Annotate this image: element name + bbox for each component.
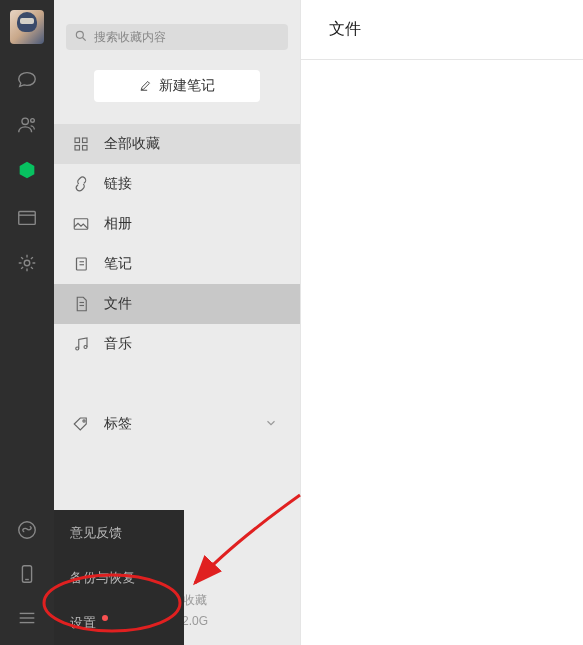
tags-label: 标签 [104, 415, 132, 433]
chat-icon[interactable] [16, 68, 38, 90]
svg-point-3 [24, 260, 30, 266]
category-label: 全部收藏 [104, 135, 160, 153]
notification-dot-icon [102, 615, 108, 621]
pencil-icon [139, 78, 153, 95]
category-link[interactable]: 链接 [54, 164, 300, 204]
search-icon [74, 29, 88, 46]
image-icon [72, 215, 90, 233]
menu-icon[interactable] [16, 607, 38, 629]
category-label: 音乐 [104, 335, 132, 353]
avatar[interactable] [10, 10, 44, 44]
music-icon [72, 335, 90, 353]
new-note-label: 新建笔记 [159, 77, 215, 95]
favorites-icon[interactable] [16, 160, 38, 182]
new-note-button[interactable]: 新建笔记 [94, 70, 260, 102]
svg-rect-13 [75, 138, 80, 143]
category-label: 笔记 [104, 255, 132, 273]
nav-icons-upper [16, 68, 38, 274]
category-note[interactable]: 笔记 [54, 244, 300, 284]
popup-settings[interactable]: 设置 [54, 600, 184, 645]
category-music[interactable]: 音乐 [54, 324, 300, 364]
category-all[interactable]: 全部收藏 [54, 124, 300, 164]
svg-rect-17 [74, 219, 88, 230]
file-icon [72, 295, 90, 313]
search-placeholder: 搜索收藏内容 [94, 29, 166, 46]
chevron-down-icon [264, 416, 278, 433]
left-nav [0, 0, 54, 645]
moments-icon[interactable] [16, 252, 38, 274]
svg-point-10 [76, 31, 83, 38]
tags-toggle[interactable]: 标签 [54, 404, 300, 444]
svg-point-25 [84, 346, 87, 349]
popup-feedback[interactable]: 意见反馈 [54, 510, 184, 555]
content-title: 文件 [301, 0, 583, 60]
svg-point-4 [19, 522, 36, 539]
contacts-icon[interactable] [16, 114, 38, 136]
notebook-icon [72, 255, 90, 273]
svg-line-11 [83, 37, 86, 40]
svg-point-24 [76, 347, 79, 350]
svg-rect-16 [83, 146, 88, 151]
svg-rect-2 [19, 212, 36, 225]
mini-program-icon[interactable] [16, 519, 38, 541]
mobile-icon[interactable] [16, 563, 38, 585]
category-label: 文件 [104, 295, 132, 313]
link-icon [72, 175, 90, 193]
svg-rect-15 [75, 146, 80, 151]
category-label: 相册 [104, 215, 132, 233]
category-list: 全部收藏 链接 相册 笔记 文件 [54, 124, 300, 364]
category-album[interactable]: 相册 [54, 204, 300, 244]
category-file[interactable]: 文件 [54, 284, 300, 324]
svg-point-0 [22, 118, 28, 124]
svg-point-1 [31, 119, 35, 123]
svg-point-26 [83, 420, 85, 422]
grid-icon [72, 135, 90, 153]
search-input[interactable]: 搜索收藏内容 [66, 24, 288, 50]
files-folder-icon[interactable] [16, 206, 38, 228]
svg-rect-18 [77, 258, 87, 270]
settings-popup: 意见反馈 备份与恢复 设置 [54, 510, 184, 645]
popup-backup[interactable]: 备份与恢复 [54, 555, 184, 600]
category-label: 链接 [104, 175, 132, 193]
nav-icons-lower [16, 519, 38, 645]
tag-icon [72, 415, 90, 433]
content-panel: 文件 [300, 0, 583, 645]
svg-rect-14 [83, 138, 88, 143]
